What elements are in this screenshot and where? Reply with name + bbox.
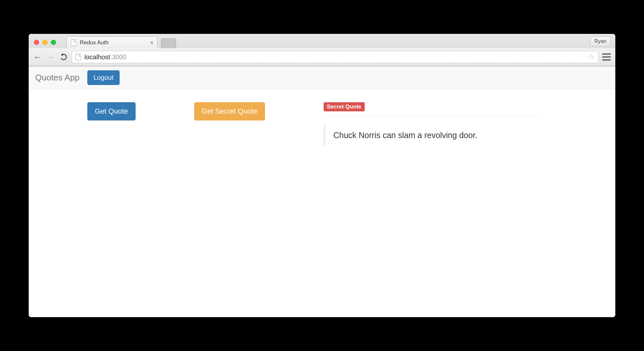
hamburger-bar — [602, 59, 611, 61]
profile-button[interactable]: Ryan — [590, 36, 611, 46]
arrow-right-icon: → — [46, 53, 55, 61]
url-host: localhost — [84, 53, 110, 61]
tab-title: Redux Auth — [80, 39, 109, 46]
arrow-left-icon: ← — [33, 53, 42, 61]
url-text: localhost:3000 — [84, 53, 126, 61]
hamburger-bar — [602, 56, 611, 58]
close-tab-icon[interactable]: × — [150, 40, 154, 46]
file-icon — [75, 54, 81, 60]
logout-button[interactable]: Logout — [87, 70, 120, 85]
browser-tab-active[interactable]: Redux Auth × — [66, 36, 158, 48]
browser-chrome: Redux Auth × Ryan ← → localhost:3000 ☆ — [29, 34, 615, 66]
quote-panel: Secret Quote Chuck Norris can slam a rev… — [324, 102, 539, 146]
url-port: :3000 — [110, 53, 126, 61]
browser-toolbar: ← → localhost:3000 ☆ — [29, 48, 615, 66]
app-navbar: Quotes App Logout — [29, 66, 615, 89]
content-row: Get Quote Get Secret Quote Secret Quote … — [87, 102, 596, 146]
maximize-window-button[interactable] — [51, 40, 56, 45]
close-window-button[interactable] — [34, 40, 39, 45]
address-bar[interactable]: localhost:3000 ☆ — [72, 51, 598, 63]
reload-button[interactable] — [59, 52, 68, 62]
new-tab-button[interactable] — [161, 38, 176, 48]
tab-strip: Redux Auth × Ryan — [29, 34, 615, 48]
menu-button[interactable] — [602, 53, 611, 61]
content-area: Get Quote Get Secret Quote Secret Quote … — [29, 89, 615, 317]
quote-text: Chuck Norris can slam a revolving door. — [324, 125, 539, 146]
app-brand: Quotes App — [35, 73, 80, 83]
divider — [324, 116, 539, 116]
get-secret-quote-button[interactable]: Get Secret Quote — [194, 102, 265, 120]
minimize-window-button[interactable] — [42, 40, 48, 45]
bookmark-star-icon[interactable]: ☆ — [588, 53, 595, 61]
file-icon — [71, 39, 77, 46]
back-button[interactable]: ← — [33, 52, 42, 62]
secret-quote-badge: Secret Quote — [324, 102, 365, 111]
reload-icon — [59, 53, 68, 61]
window-controls — [33, 40, 58, 48]
get-quote-button[interactable]: Get Quote — [87, 102, 136, 120]
hamburger-bar — [602, 53, 611, 55]
forward-button[interactable]: → — [46, 52, 55, 62]
browser-window: Redux Auth × Ryan ← → localhost:3000 ☆ Q… — [29, 34, 615, 317]
